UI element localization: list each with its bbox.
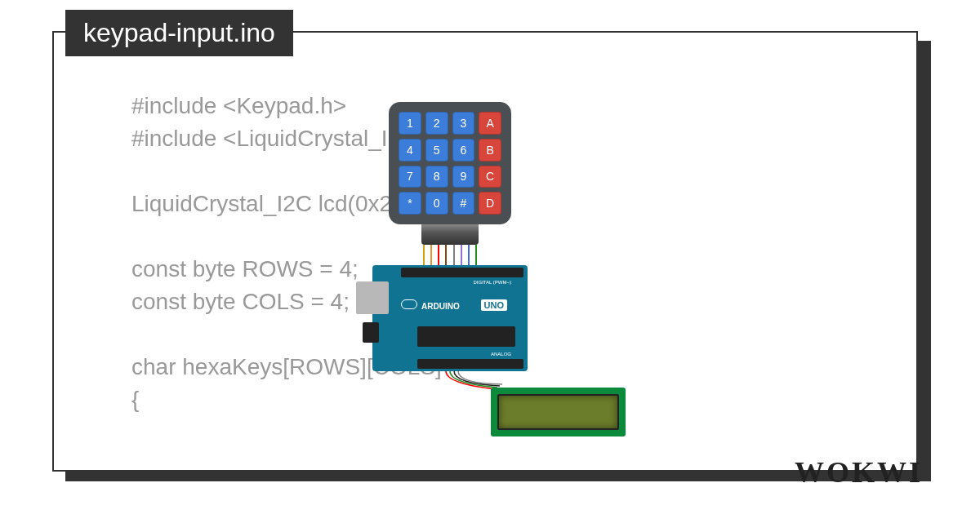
wire	[438, 245, 439, 265]
lcd-screen	[497, 394, 619, 430]
keypad-key-B[interactable]: B	[479, 139, 501, 162]
keypad-key-2[interactable]: 2	[425, 112, 448, 135]
simulator-view: 123A456B789C*0#D ARDUINO UNO DIGITAL (PW…	[372, 102, 634, 461]
wokwi-logo: WOKWI	[795, 455, 923, 490]
keypad-key-1[interactable]: 1	[399, 112, 421, 135]
code-card: #include <Keypad.h> #include <LiquidCrys…	[52, 31, 918, 472]
arduino-analog-label: ANALOG	[491, 352, 511, 357]
keypad-key-3[interactable]: 3	[452, 112, 475, 135]
keypad-key-9[interactable]: 9	[452, 166, 475, 188]
keypad-key-D[interactable]: D	[479, 192, 501, 215]
arduino-model: UNO	[481, 299, 507, 311]
wire	[475, 245, 477, 265]
keypad-key-*[interactable]: *	[399, 192, 421, 215]
lcd-component[interactable]	[491, 388, 626, 436]
wire	[461, 245, 462, 265]
keypad-key-#[interactable]: #	[452, 192, 475, 215]
keypad-key-8[interactable]: 8	[425, 166, 448, 188]
wire	[453, 245, 455, 265]
arduino-chip	[417, 326, 515, 347]
wire	[423, 245, 425, 265]
wire	[445, 245, 447, 265]
wire	[430, 245, 432, 265]
keypad-wires	[423, 245, 477, 265]
arduino-pwm-label: DIGITAL (PWM~)	[474, 280, 512, 285]
arduino-pins-analog	[417, 359, 523, 369]
keypad-key-7[interactable]: 7	[399, 166, 421, 188]
keypad-connector	[421, 224, 479, 245]
arduino-board[interactable]: ARDUINO UNO DIGITAL (PWM~) ANALOG	[372, 265, 528, 371]
keypad-key-5[interactable]: 5	[425, 139, 448, 162]
keypad-key-C[interactable]: C	[479, 166, 501, 188]
keypad-key-0[interactable]: 0	[425, 192, 448, 215]
arduino-pins-digital	[401, 268, 523, 277]
arduino-logo-icon	[401, 299, 417, 309]
file-title-tab: keypad-input.ino	[65, 10, 293, 56]
keypad-key-6[interactable]: 6	[452, 139, 475, 162]
keypad-key-4[interactable]: 4	[399, 139, 421, 162]
keypad-key-A[interactable]: A	[479, 112, 501, 135]
wire	[468, 245, 470, 265]
keypad-component[interactable]: 123A456B789C*0#D	[389, 102, 511, 224]
arduino-brand: ARDUINO	[421, 302, 460, 311]
